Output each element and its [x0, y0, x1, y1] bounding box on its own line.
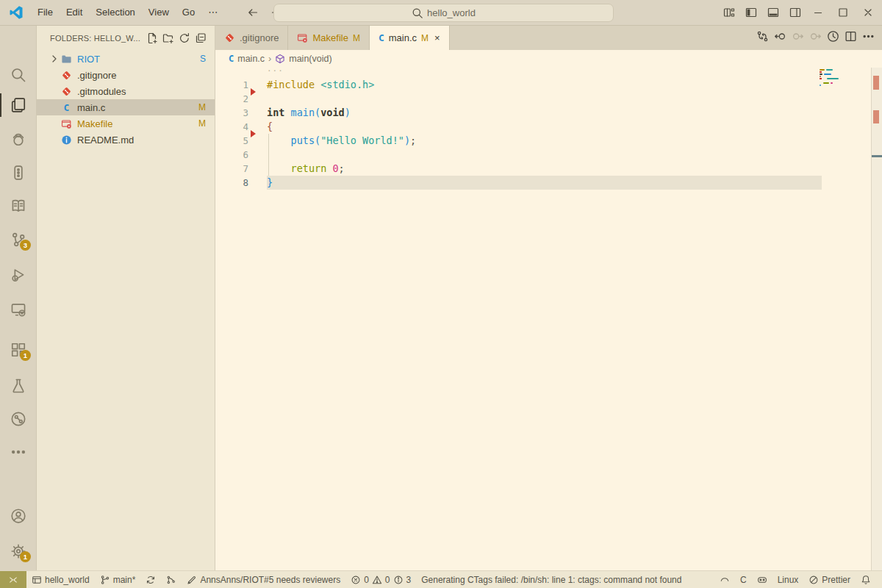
- activity-item-raspberry-pi[interactable]: [0, 124, 37, 154]
- run-file-button[interactable]: [827, 30, 839, 46]
- line-number: 1: [215, 79, 248, 90]
- toggle-sidebar-button[interactable]: [742, 3, 761, 22]
- file-item--gitignore[interactable]: .gitignore: [37, 67, 215, 83]
- status-problems[interactable]: 003: [345, 571, 416, 588]
- activity-item-source-control[interactable]: 3: [0, 225, 37, 254]
- back-button[interactable]: [243, 3, 262, 22]
- status-indexing[interactable]: [714, 571, 735, 588]
- menu-item-selection[interactable]: Selection: [89, 3, 141, 22]
- activity-item-settings[interactable]: 1: [0, 537, 37, 566]
- next-change-button[interactable]: [792, 30, 804, 46]
- file-item-readme-md[interactable]: README.md: [37, 132, 215, 148]
- activity-item-run-debug[interactable]: [0, 260, 37, 290]
- status-language-mode[interactable]: C: [735, 571, 752, 588]
- code-line-4[interactable]: 4{: [215, 120, 882, 134]
- file-label: RIOT: [77, 54, 200, 65]
- status-sync[interactable]: [140, 571, 161, 588]
- minimap[interactable]: [820, 69, 871, 157]
- minimize-button[interactable]: [808, 3, 828, 22]
- gutter-marker-slot: [248, 148, 267, 162]
- new-file-button[interactable]: [144, 30, 160, 46]
- code-line-8[interactable]: 8}: [215, 176, 882, 190]
- maximize-button[interactable]: [833, 3, 853, 22]
- toggle-panel-button[interactable]: [764, 3, 783, 22]
- refresh-button[interactable]: [176, 30, 193, 46]
- status-pull-request[interactable]: AnnsAnns/RIOT#5 needs reviewers: [182, 571, 345, 588]
- c-file-icon: C: [379, 32, 384, 43]
- menu-item-view[interactable]: View: [142, 3, 176, 22]
- activity-item-search[interactable]: [0, 60, 37, 90]
- breadcrumb[interactable]: Cmain.c›main(void): [215, 50, 882, 68]
- open-changes-button[interactable]: [756, 30, 769, 46]
- status-workspace[interactable]: hello_world: [26, 571, 95, 588]
- toggle-secondary-sidebar-button[interactable]: [786, 3, 805, 22]
- tab-makefile[interactable]: MakefileM: [288, 26, 369, 50]
- status-remote[interactable]: [0, 571, 26, 588]
- tab-main-c[interactable]: Cmain.cM×: [370, 26, 450, 50]
- activity-item-more-views[interactable]: [0, 437, 37, 467]
- tab-close-icon[interactable]: ×: [434, 32, 440, 43]
- tab-modified-badge: M: [353, 33, 360, 43]
- cube-icon: [275, 54, 285, 64]
- activity-item-gitlens[interactable]: [0, 404, 37, 434]
- status-branch[interactable]: main*: [95, 571, 141, 588]
- fold-ellipsis[interactable]: ···: [215, 68, 882, 78]
- breadcrumb-symbol[interactable]: main(void): [289, 54, 331, 64]
- menu-item-go[interactable]: Go: [176, 3, 201, 22]
- layout-controls: [720, 3, 805, 22]
- search-input[interactable]: hello_world: [273, 4, 614, 22]
- tab-bar: .gitignoreMakefileMCmain.cM×: [215, 26, 882, 50]
- previous-change-button[interactable]: [774, 30, 786, 46]
- activity-item-remote-explorer[interactable]: [0, 295, 37, 324]
- code-line-7[interactable]: 7 return 0;: [215, 162, 882, 176]
- red-gutter-marker-icon: [251, 130, 256, 137]
- scrollbar[interactable]: [871, 68, 882, 570]
- customize-layout-button[interactable]: [720, 3, 739, 22]
- toggle-secondary-sidebar-icon: [789, 7, 801, 18]
- extensions-badge: 1: [20, 350, 31, 361]
- activity-item-account[interactable]: [0, 501, 37, 531]
- file-item-makefile[interactable]: MakefileM: [37, 115, 215, 132]
- activity-item-docs-book[interactable]: [0, 191, 37, 220]
- status-copilot-status[interactable]: [752, 571, 772, 588]
- activity-item-ruler-tool[interactable]: [0, 158, 37, 187]
- line-content: return 0;: [267, 162, 822, 176]
- status-git-graph[interactable]: [161, 571, 182, 588]
- new-file-icon: [146, 32, 158, 44]
- file-item--gitmodules[interactable]: .gitmodules: [37, 83, 215, 99]
- activity-item-extensions[interactable]: 1: [0, 335, 37, 365]
- explorer-sidebar: FOLDERS: HELLO_W... RIOTS.gitignore.gitm…: [37, 26, 215, 570]
- code-line-5[interactable]: 5 puts("Hello World!");: [215, 134, 882, 148]
- activity-item-testing[interactable]: [0, 371, 37, 401]
- minimize-icon: [812, 7, 824, 18]
- jump-to-change-button[interactable]: [809, 30, 822, 46]
- code-line-2[interactable]: 2: [215, 92, 882, 106]
- code-line-6[interactable]: 6: [215, 148, 882, 162]
- activity-item-explorer[interactable]: [0, 90, 37, 120]
- more-actions-button[interactable]: [862, 30, 875, 46]
- commit-graph-icon: [10, 411, 26, 427]
- new-folder-button[interactable]: [160, 30, 176, 46]
- code-line-3[interactable]: 3int main(void): [215, 106, 882, 120]
- file-item-main-c[interactable]: Cmain.cM: [37, 99, 215, 115]
- split-editor-button[interactable]: [845, 30, 857, 46]
- close-button[interactable]: [858, 3, 878, 22]
- git-branch-icon: [100, 575, 110, 585]
- tab--gitignore[interactable]: .gitignore: [215, 26, 288, 50]
- status-os[interactable]: Linux: [772, 571, 804, 588]
- breadcrumb-file[interactable]: main.c: [237, 54, 265, 64]
- code-line-1[interactable]: 1#include <stdio.h>: [215, 78, 882, 92]
- file-item-riot[interactable]: RIOTS: [37, 51, 215, 67]
- code-editor[interactable]: ··· 1#include <stdio.h>23int main(void)4…: [215, 68, 882, 570]
- menu-item-[interactable]: ⋯: [201, 3, 224, 22]
- status-ctags-message[interactable]: Generating CTags failed: /bin/sh: line 1…: [416, 571, 686, 588]
- line-number: 3: [215, 107, 248, 118]
- collapse-all-button[interactable]: [193, 30, 209, 46]
- status-prettier[interactable]: Prettier: [803, 571, 856, 588]
- search-icon: [412, 4, 423, 23]
- menu-item-edit[interactable]: Edit: [60, 3, 89, 22]
- status-notifications[interactable]: [856, 571, 876, 588]
- line-number: 8: [215, 177, 248, 188]
- status-workspace-text: hello_world: [45, 575, 90, 585]
- menu-item-file[interactable]: File: [31, 3, 60, 22]
